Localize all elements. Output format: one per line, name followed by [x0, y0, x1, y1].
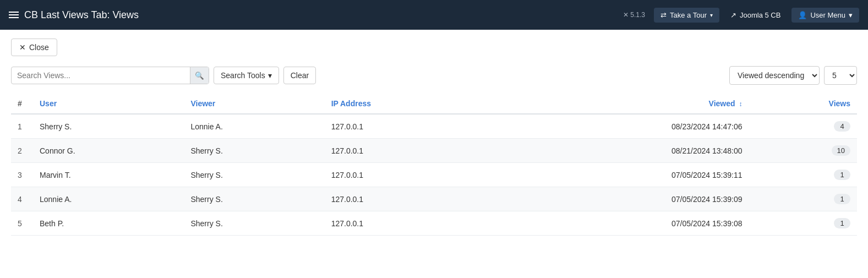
take-tour-button[interactable]: ⇄ Take a Tour ▾ [654, 8, 719, 23]
table-body: 1 Sherry S. Lonnie A. 127.0.0.1 08/23/20… [11, 114, 857, 236]
search-submit-button[interactable]: 🔍 [190, 67, 209, 84]
cell-viewed: 08/21/2024 13:48:00 [489, 139, 749, 163]
search-tools-button[interactable]: Search Tools ▾ [214, 67, 279, 84]
cell-views: 10 [749, 139, 857, 163]
sort-select[interactable]: Viewed descending Viewed ascending User … [729, 66, 820, 85]
cell-user: Marvin T. [33, 163, 184, 187]
tour-icon: ⇄ [660, 11, 667, 19]
joomla-button[interactable]: ↗ Joomla 5 CB [724, 8, 787, 23]
header-title-area: CB Last Views Tab: Views [9, 9, 623, 21]
views-badge: 4 [834, 121, 850, 132]
cell-viewer: Sherry S. [184, 163, 324, 187]
table-row: 4 Lonnie A. Sherry S. 127.0.0.1 07/05/20… [11, 187, 857, 211]
toolbar: 🔍 Search Tools ▾ Clear Viewed descending… [11, 66, 857, 85]
sort-icon: ↕ [739, 100, 742, 108]
col-ip-address[interactable]: IP Address [325, 94, 489, 114]
col-views[interactable]: Views [749, 94, 857, 114]
clear-button[interactable]: Clear [283, 67, 316, 84]
close-icon: ✕ [19, 43, 26, 52]
content-area: ✕ Close 🔍 Search Tools ▾ Clear Viewed de… [0, 30, 868, 278]
cell-viewer: Lonnie A. [184, 114, 324, 139]
table-row: 2 Connor G. Sherry S. 127.0.0.1 08/21/20… [11, 139, 857, 163]
menu-icon[interactable] [9, 12, 19, 18]
table-header: # User Viewer IP Address Viewed ↕ Views [11, 94, 857, 114]
cell-user: Lonnie A. [33, 187, 184, 211]
cell-ip: 127.0.0.1 [325, 187, 489, 211]
chevron-down-icon: ▾ [268, 71, 272, 80]
cell-viewer: Sherry S. [184, 139, 324, 163]
close-label: Close [29, 43, 49, 52]
cell-views: 4 [749, 114, 857, 139]
close-button[interactable]: ✕ Close [11, 39, 57, 56]
cell-num: 5 [11, 211, 33, 236]
col-user[interactable]: User [33, 94, 184, 114]
take-tour-label: Take a Tour [670, 11, 707, 19]
header: CB Last Views Tab: Views ✕ 5.1.3 ⇄ Take … [0, 0, 868, 30]
col-viewed[interactable]: Viewed ↕ [489, 94, 749, 114]
cell-ip: 127.0.0.1 [325, 139, 489, 163]
cell-num: 2 [11, 139, 33, 163]
user-icon: 👤 [798, 11, 807, 19]
views-table: # User Viewer IP Address Viewed ↕ Views … [11, 94, 857, 236]
cell-viewed: 07/05/2024 15:39:08 [489, 211, 749, 236]
views-badge: 1 [834, 218, 850, 228]
cell-ip: 127.0.0.1 [325, 163, 489, 187]
cell-viewed: 07/05/2024 15:39:09 [489, 187, 749, 211]
cell-num: 4 [11, 187, 33, 211]
views-badge: 10 [832, 145, 850, 156]
chevron-down-icon: ▾ [849, 11, 853, 19]
table-row: 5 Beth P. Sherry S. 127.0.0.1 07/05/2024… [11, 211, 857, 236]
cell-viewer: Sherry S. [184, 187, 324, 211]
table-row: 3 Marvin T. Sherry S. 127.0.0.1 07/05/20… [11, 163, 857, 187]
table-row: 1 Sherry S. Lonnie A. 127.0.0.1 08/23/20… [11, 114, 857, 139]
joomla-label: Joomla 5 CB [740, 11, 780, 19]
col-viewer[interactable]: Viewer [184, 94, 324, 114]
page-title: CB Last Views Tab: Views [24, 9, 139, 21]
cell-num: 3 [11, 163, 33, 187]
external-link-icon: ↗ [730, 11, 736, 19]
cell-views: 1 [749, 187, 857, 211]
cell-viewed: 08/23/2024 14:47:06 [489, 114, 749, 139]
cell-views: 1 [749, 211, 857, 236]
search-icon: 🔍 [195, 72, 204, 80]
clear-label: Clear [291, 71, 309, 80]
version-badge: ✕ 5.1.3 [623, 11, 645, 19]
cell-views: 1 [749, 163, 857, 187]
search-input-wrap: 🔍 [11, 67, 209, 84]
cell-user: Sherry S. [33, 114, 184, 139]
per-page-select[interactable]: 5 10 15 20 25 50 [824, 66, 857, 85]
cell-ip: 127.0.0.1 [325, 114, 489, 139]
views-badge: 1 [834, 170, 850, 180]
cell-viewer: Sherry S. [184, 211, 324, 236]
col-num: # [11, 94, 33, 114]
user-menu-label: User Menu [810, 11, 845, 19]
cell-ip: 127.0.0.1 [325, 211, 489, 236]
chevron-down-icon: ▾ [710, 12, 713, 18]
views-badge: 1 [834, 194, 850, 204]
cell-user: Beth P. [33, 211, 184, 236]
user-menu-button[interactable]: 👤 User Menu ▾ [791, 8, 859, 23]
cell-viewed: 07/05/2024 15:39:11 [489, 163, 749, 187]
search-input[interactable] [11, 67, 209, 84]
header-actions: ✕ 5.1.3 ⇄ Take a Tour ▾ ↗ Joomla 5 CB 👤 … [623, 8, 859, 23]
cell-user: Connor G. [33, 139, 184, 163]
cell-num: 1 [11, 114, 33, 139]
search-tools-label: Search Tools [221, 71, 265, 80]
